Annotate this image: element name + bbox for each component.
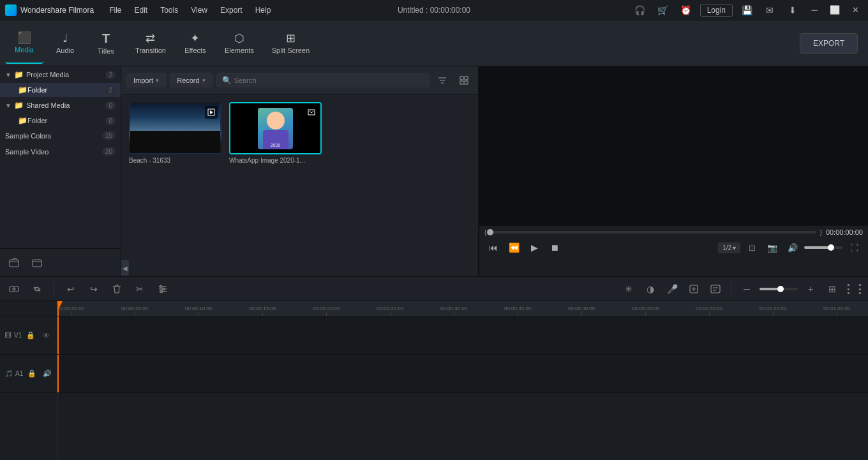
zoom-in-button[interactable]: +	[802, 280, 819, 298]
more-options-button[interactable]: ⋮⋮	[845, 280, 863, 298]
delete-button[interactable]	[108, 280, 126, 298]
download-icon[interactable]: ⬇	[784, 1, 802, 19]
sample-video-header[interactable]: Sample Video 20	[0, 144, 121, 160]
restore-button[interactable]: ⬜	[827, 3, 842, 18]
minimize-button[interactable]: ─	[807, 3, 822, 18]
shared-media-header[interactable]: ▼ 📁 Shared Media 0	[0, 97, 121, 114]
frame-back-button[interactable]: ⏪	[505, 239, 523, 256]
folder-item[interactable]: 📁 Folder 2	[0, 83, 121, 97]
zoom-fit-button[interactable]: ⊞	[823, 280, 841, 298]
video-visible-button[interactable]: 👁	[40, 329, 52, 342]
export-button[interactable]: EXPORT	[800, 33, 858, 54]
shared-media-folder-icon: 📁	[14, 101, 24, 110]
step-back-button[interactable]: ⏮	[484, 239, 502, 256]
media-item-beach[interactable]: Beach - 31633	[129, 102, 221, 164]
panel-collapse-arrow[interactable]: ◀	[121, 260, 129, 276]
audio-track-number: A1	[15, 370, 23, 377]
svg-point-17	[160, 290, 163, 293]
auto-enhance-button[interactable]	[685, 280, 703, 298]
effects-label: Effects	[184, 47, 206, 54]
audio-track-content[interactable]	[57, 355, 868, 393]
menu-help[interactable]: Help	[250, 4, 276, 16]
beach-overlay-icon	[205, 106, 218, 119]
timeline-ruler[interactable]: 00:00:00:00 00:00:05:00 00:00:10:00 00:0…	[57, 301, 868, 316]
menu-edit[interactable]: Edit	[130, 4, 153, 16]
captions-button[interactable]	[707, 280, 724, 298]
add-clip-button[interactable]	[5, 280, 23, 298]
clock-icon[interactable]: ⏰	[677, 1, 695, 19]
import-dropdown-arrow: ▾	[156, 77, 159, 84]
redo-button[interactable]: ↪	[85, 280, 103, 298]
fullscreen-button[interactable]: ⛶	[845, 239, 863, 256]
ruler-spacer	[0, 301, 57, 316]
toolbar-transition-button[interactable]: ⇄ Transition	[128, 23, 174, 64]
grid-view-button[interactable]	[455, 71, 473, 89]
folder-label: Folder	[27, 86, 105, 94]
add-folder-button[interactable]	[5, 254, 23, 272]
color-match-button[interactable]: ◑	[641, 280, 659, 298]
media-icon: ⬛	[17, 32, 31, 43]
left-panel: ▼ 📁 Project Media 2 📁 Folder 2 ▼ 📁 Share…	[0, 66, 121, 276]
media-search[interactable]: 🔍	[216, 73, 430, 87]
preview-timestamp: 00:00:00:00	[826, 228, 863, 236]
ruler-tick-10: 00:00:50:00	[696, 306, 722, 316]
snapshot-button[interactable]: 📷	[763, 239, 781, 256]
save-icon[interactable]: 💾	[738, 1, 756, 19]
left-panel-bottom	[0, 248, 121, 276]
volume-icon[interactable]: 🔊	[784, 239, 802, 256]
toolbar-titles-button[interactable]: T Titles	[87, 23, 125, 64]
zoom-slider[interactable]	[760, 288, 798, 290]
menu-export[interactable]: Export	[215, 4, 248, 16]
cut-button[interactable]: ✂	[131, 280, 149, 298]
sample-colors-header[interactable]: Sample Colors 15	[0, 128, 121, 144]
search-input[interactable]	[234, 77, 424, 84]
zoom-out-button[interactable]: ─	[738, 280, 756, 298]
toolbar-splitscreen-button[interactable]: ⊞ Split Screen	[264, 23, 317, 64]
remove-folder-button[interactable]	[28, 254, 46, 272]
toolbar-audio-button[interactable]: ♩ Audio	[46, 23, 84, 64]
mail-icon[interactable]: ✉	[761, 1, 779, 19]
toolbar-effects-button[interactable]: ✦ Effects	[176, 23, 214, 64]
play-button[interactable]: ▶	[525, 239, 543, 256]
filter-button[interactable]	[433, 71, 451, 89]
project-media-header[interactable]: ▼ 📁 Project Media 2	[0, 66, 121, 83]
volume-slider[interactable]	[804, 246, 842, 249]
menu-view[interactable]: View	[186, 4, 213, 16]
audio-mute-button[interactable]: 🔊	[41, 367, 54, 380]
import-button[interactable]: Import ▾	[126, 73, 166, 87]
media-label: Media	[15, 46, 34, 54]
undo-button[interactable]: ↩	[62, 280, 80, 298]
toolbar-separator-2	[731, 281, 731, 297]
audio-stretch-button[interactable]: 🎤	[663, 280, 681, 298]
login-button[interactable]: Login	[700, 4, 733, 17]
menu-tools[interactable]: Tools	[155, 4, 183, 16]
preview-progress-bar[interactable]	[490, 231, 816, 234]
main-content: ▼ 📁 Project Media 2 📁 Folder 2 ▼ 📁 Share…	[0, 66, 868, 276]
close-button[interactable]: ✕	[848, 3, 863, 18]
preview-panel: { } 00:00:00:00 ⏮ ⏪ ▶ ⏹ 1/2	[479, 66, 868, 276]
preview-quality-selector[interactable]: 1/2 ▾	[718, 242, 740, 253]
headset-icon[interactable]: 🎧	[631, 1, 649, 19]
record-button[interactable]: Record ▾	[170, 73, 212, 87]
folder-count: 2	[105, 86, 116, 94]
video-lock-button[interactable]: 🔒	[24, 329, 37, 342]
motion-blend-button[interactable]: ✳	[620, 280, 638, 298]
toolbar-left: ⬛ Media ♩ Audio T Titles ⇄ Transition ✦ …	[5, 23, 317, 64]
video-track-content[interactable]	[57, 316, 868, 355]
timeline-area: ↩ ↪ ✂ ✳ ◑ 🎤	[0, 276, 868, 460]
cart-icon[interactable]: 🛒	[654, 1, 672, 19]
menu-file[interactable]: File	[104, 4, 126, 16]
full-screen-preview-button[interactable]: ⊡	[743, 239, 761, 256]
link-button[interactable]	[28, 280, 46, 298]
preview-volume: 🔊	[784, 239, 842, 256]
media-item-whatsapp[interactable]: 2020 WhatsApp Image 2020-1...	[229, 102, 322, 164]
preview-screen	[479, 66, 868, 225]
toolbar-media-button[interactable]: ⬛ Media	[5, 23, 43, 64]
toolbar-elements-button[interactable]: ⬡ Elements	[217, 23, 262, 64]
adjust-button[interactable]	[154, 280, 172, 298]
shared-folder-label: Folder	[27, 117, 105, 124]
audio-lock-button[interactable]: 🔒	[26, 367, 38, 380]
shared-folder-item[interactable]: 📁 Folder 0	[0, 114, 121, 128]
svg-point-16	[162, 288, 165, 290]
stop-button[interactable]: ⏹	[546, 239, 564, 256]
